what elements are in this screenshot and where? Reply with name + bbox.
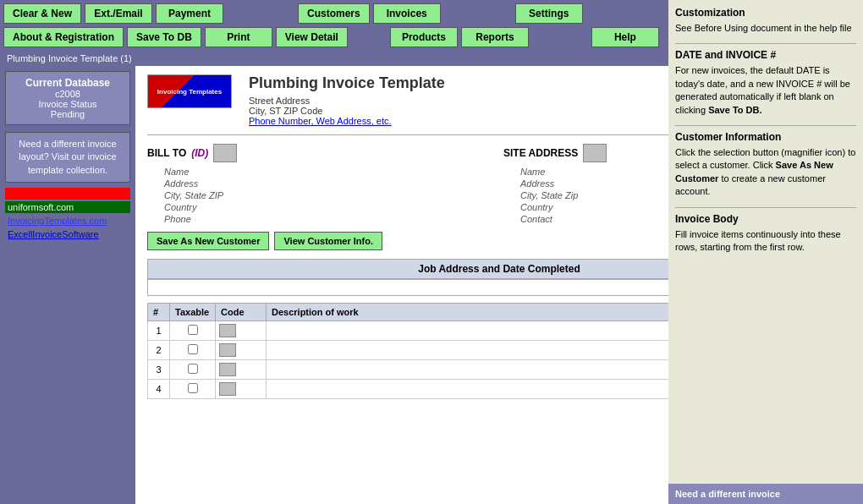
customer-info-title: Customer Information — [675, 131, 856, 143]
office-kit-link[interactable]: office-kit.com — [5, 188, 130, 200]
row-code[interactable] — [216, 360, 267, 380]
customer-info-text: Click the selection button (magnifier ic… — [675, 146, 856, 199]
save-as-new-customer-button[interactable]: Save As New Customer — [147, 232, 269, 250]
row-taxable[interactable] — [170, 360, 216, 380]
need-diff-invoice-button[interactable]: Need a different invoice — [668, 484, 863, 504]
row-taxable[interactable] — [170, 321, 216, 341]
customization-text: See Before Using document in the help fi… — [675, 22, 856, 35]
need-diff-box: Need a different invoice layout? Visit o… — [5, 132, 130, 183]
row-num: 4 — [148, 380, 170, 399]
company-logo: Invoicing Templates — [147, 74, 232, 108]
about-registration-button[interactable]: About & Registration — [3, 27, 124, 47]
bill-to-header: BILL TO (ID) — [147, 144, 495, 162]
id-label: (ID) — [191, 147, 208, 159]
bill-address-field: Address — [147, 178, 495, 189]
invoice-body-title: Invoice Body — [675, 213, 856, 225]
row-taxable[interactable] — [170, 341, 216, 360]
site-address-label: SITE ADDRESS — [503, 147, 578, 159]
bill-phone-field: Phone — [147, 213, 495, 225]
save-to-db-button[interactable]: Save To DB — [127, 27, 201, 47]
print-button[interactable]: Print — [205, 27, 272, 47]
main-layout: Current Database c2008 Invoice Status Pe… — [0, 66, 863, 504]
excell-invoice-link[interactable]: ExcellInvoiceSoftware — [5, 228, 130, 240]
ext-email-button[interactable]: Ext./Email — [85, 3, 152, 24]
payment-button[interactable]: Payment — [156, 3, 223, 24]
customers-button[interactable]: Customers — [298, 3, 370, 24]
bill-name-field: Name — [147, 166, 495, 178]
db-value: c2008 — [9, 89, 126, 99]
site-address-select-button[interactable] — [583, 144, 607, 162]
view-customer-info-button[interactable]: View Customer Info. — [274, 232, 382, 250]
settings-button[interactable]: Settings — [515, 3, 583, 24]
invoices-button[interactable]: Invoices — [373, 3, 441, 24]
need-diff-invoice-label: Need a different invoice — [675, 489, 780, 499]
col-taxable-header: Taxable — [170, 304, 216, 321]
products-button[interactable]: Products — [390, 27, 458, 47]
bill-to-select-button[interactable] — [213, 144, 237, 162]
phone-link[interactable]: Phone Number, Web Address, etc. — [249, 116, 392, 126]
col-num-header: # — [148, 304, 170, 321]
rp-divider2 — [675, 125, 856, 126]
reports-button[interactable]: Reports — [461, 27, 529, 47]
rp-divider3 — [675, 207, 856, 208]
page-title: Plumbing Invoice Template (1) — [7, 53, 132, 63]
logo-area: Invoicing Templates — [147, 74, 249, 108]
rp-divider1 — [675, 43, 856, 44]
row-num: 1 — [148, 321, 170, 341]
left-sidebar: Current Database c2008 Invoice Status Pe… — [0, 66, 135, 504]
invoice-body-text: Fill invoice items continuously into the… — [675, 228, 856, 255]
bill-country-field: Country — [147, 201, 495, 213]
date-invoice-text: For new invoices, the default DATE is to… — [675, 64, 856, 117]
logo-text: Invoicing Templates — [156, 86, 223, 97]
bill-city-field: City, State ZIP — [147, 189, 495, 201]
clear-new-button[interactable]: Clear & New — [3, 3, 81, 24]
database-info-box: Current Database c2008 Invoice Status Pe… — [5, 71, 130, 125]
job-address-label: Job Address and Date Completed — [418, 263, 580, 275]
row-taxable[interactable] — [170, 380, 216, 399]
right-panel: Customization See Before Using document … — [668, 0, 863, 504]
view-detail-button[interactable]: View Detail — [276, 27, 348, 47]
row-code[interactable] — [216, 321, 267, 341]
need-diff-text: Need a different invoice layout? Visit o… — [19, 139, 116, 175]
uniformsoft-link[interactable]: uniformsoft.com — [5, 201, 130, 213]
status-value: Pending — [9, 109, 126, 119]
row-num: 3 — [148, 360, 170, 380]
invoicing-templates-link[interactable]: InvoicingTemplates.com — [5, 215, 130, 227]
bill-to-section: BILL TO (ID) Name Address City, State ZI… — [147, 144, 495, 225]
current-db-label: Current Database — [9, 77, 126, 89]
help-button[interactable]: Help — [591, 27, 659, 47]
invoice-status-label: Invoice Status — [9, 99, 126, 109]
row-num: 2 — [148, 341, 170, 360]
customization-title: Customization — [675, 7, 856, 19]
date-invoice-title: DATE and INVOICE # — [675, 49, 856, 61]
row-code[interactable] — [216, 341, 267, 360]
bill-to-label: BILL TO — [147, 147, 186, 159]
row-code[interactable] — [216, 380, 267, 399]
col-code-header: Code — [216, 304, 267, 321]
